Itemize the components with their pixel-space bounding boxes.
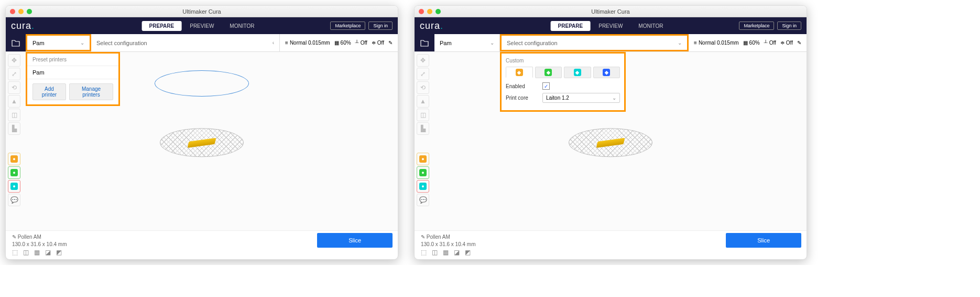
adhesion-value: ≑ Off [780, 40, 793, 46]
app-logo: cura. [11, 20, 35, 31]
chevron-down-icon: ⌄ [490, 40, 494, 46]
configuration-label: Select configuration [507, 40, 558, 46]
extruder-4-button[interactable]: 💬 [417, 194, 429, 206]
pencil-icon[interactable]: ✎ [388, 40, 393, 46]
configuration-label: Select configuration [96, 40, 147, 46]
manage-printers-button[interactable]: Manage printers [69, 83, 113, 100]
scale-tool[interactable]: ⤢ [417, 68, 429, 80]
tab-prepare[interactable]: PREPARE [142, 21, 182, 31]
configuration-selector[interactable]: Select configuration ⌄ [500, 34, 689, 51]
printer-selector[interactable]: Pam ⌄ [434, 34, 500, 51]
printer-selector[interactable]: Pam ⌄ [26, 34, 91, 51]
printer-selected-label: Pam [32, 40, 45, 46]
scale-tool[interactable]: ⤢ [8, 68, 20, 80]
tab-preview[interactable]: PREVIEW [591, 21, 630, 31]
extruder-4-button[interactable]: 💬 [8, 194, 20, 206]
extruder-tab-1[interactable]: ◆ [506, 67, 533, 78]
view-3d-icon[interactable]: ⬚ [421, 249, 427, 256]
config-bar: Pam ⌄ Select configuration ⌄ ≡ Normal 0.… [415, 34, 807, 52]
minimize-icon[interactable] [18, 9, 24, 14]
view-top-icon[interactable]: ▦ [443, 249, 449, 256]
support-blocker-tool[interactable]: ▙ [8, 122, 20, 135]
add-printer-button[interactable]: Add printer [32, 83, 66, 100]
rotate-tool[interactable]: ⟲ [8, 81, 20, 94]
view-front-icon[interactable]: ◫ [23, 249, 29, 256]
move-tool[interactable]: ✥ [8, 54, 20, 67]
support-blocker-tool[interactable]: ▙ [417, 122, 429, 135]
topbar: cura. PREPARE PREVIEW MONITOR Marketplac… [6, 17, 398, 34]
extruder-tab-3[interactable]: ◆ [564, 67, 591, 78]
preset-printers-header: Preset printers [27, 54, 118, 66]
model-object[interactable] [596, 137, 625, 147]
view-top-icon[interactable]: ▦ [34, 249, 40, 256]
viewport[interactable]: ✥ ⤢ ⟲ ▲ ◫ ▙ ● ● ● 💬 Custom ◆ ◆ ◆ ◆ Enabl… [415, 52, 807, 230]
quality-profile: ≡ Normal 0.015mm [694, 40, 739, 46]
extruder-3-button[interactable]: ● [8, 180, 20, 193]
extruder-tab-4[interactable]: ◆ [593, 67, 620, 78]
open-file-button[interactable] [415, 34, 434, 51]
view-3d-icon[interactable]: ⬚ [12, 249, 18, 256]
view-front-icon[interactable]: ◫ [432, 249, 438, 256]
model-object[interactable] [188, 137, 216, 147]
marketplace-button[interactable]: Marketplace [330, 22, 365, 30]
signin-button[interactable]: Sign in [777, 22, 801, 30]
custom-header: Custom [506, 58, 620, 63]
footer: ✎ Pollen AM 130.0 x 31.6 x 10.4 mm ⬚ ◫ ▦… [6, 230, 398, 259]
enabled-label: Enabled [506, 83, 537, 89]
signin-button[interactable]: Sign in [368, 22, 393, 30]
view-left-icon[interactable]: ◪ [454, 249, 460, 256]
open-file-button[interactable] [6, 34, 26, 51]
titlebar: Ultimaker Cura [415, 6, 807, 17]
printcore-label: Print core [506, 95, 537, 101]
mirror-tool[interactable]: ▲ [417, 95, 429, 108]
extruder-2-button[interactable]: ● [417, 166, 429, 179]
close-icon[interactable] [419, 9, 424, 14]
extruder-1-button[interactable]: ● [8, 153, 20, 165]
print-settings-summary[interactable]: ≡ Normal 0.015mm ▦ 60% ┴ Off ≑ Off ✎ [689, 34, 807, 51]
close-icon[interactable] [10, 9, 15, 14]
extruder-1-button[interactable]: ● [417, 153, 429, 165]
pencil-icon[interactable]: ✎ [797, 40, 801, 46]
mesh-tool[interactable]: ◫ [417, 109, 429, 121]
chevron-down-icon: ⌄ [678, 40, 682, 46]
adhesion-value: ≑ Off [372, 40, 384, 46]
cura-window-right: Ultimaker Cura cura. PREPARE PREVIEW MON… [414, 5, 807, 260]
build-plate [569, 128, 652, 157]
printer-selected-label: Pam [440, 40, 452, 46]
configuration-selector[interactable]: Select configuration ‹ [91, 34, 280, 51]
print-settings-summary[interactable]: ≡ Normal 0.015mm ▦ 60% ┴ Off ≑ Off ✎ [280, 34, 398, 51]
extruder-2-button[interactable]: ● [8, 166, 20, 179]
extruder-tab-2[interactable]: ◆ [535, 67, 562, 78]
view-left-icon[interactable]: ◪ [45, 249, 51, 256]
printcore-select[interactable]: Laiton 1.2⌄ [542, 93, 620, 103]
mirror-tool[interactable]: ▲ [8, 95, 20, 108]
view-right-icon[interactable]: ◩ [56, 249, 62, 256]
printer-dropdown-panel: Preset printers Pam Add printer Manage p… [26, 52, 120, 106]
left-toolbar: ✥ ⤢ ⟲ ▲ ◫ ▙ ● ● ● 💬 [8, 54, 23, 206]
minimize-icon[interactable] [427, 9, 432, 14]
support-value: ┴ Off [355, 40, 367, 46]
slice-button[interactable]: Slice [317, 233, 393, 248]
view-right-icon[interactable]: ◩ [465, 249, 471, 256]
configuration-dropdown-panel: Custom ◆ ◆ ◆ ◆ Enabled ✓ Print core Lait… [500, 52, 626, 112]
printer-option-pam[interactable]: Pam [27, 66, 118, 79]
left-toolbar: ✥ ⤢ ⟲ ▲ ◫ ▙ ● ● ● 💬 [417, 54, 431, 206]
footer: ✎ Pollen AM 130.0 x 31.6 x 10.4 mm ⬚ ◫ ▦… [415, 230, 807, 259]
tab-monitor[interactable]: MONITOR [222, 21, 262, 31]
mesh-tool[interactable]: ◫ [8, 109, 20, 121]
tab-monitor[interactable]: MONITOR [631, 21, 670, 31]
slice-button[interactable]: Slice [726, 233, 801, 248]
cura-window-left: Ultimaker Cura cura. PREPARE PREVIEW MON… [5, 5, 398, 260]
tab-preview[interactable]: PREVIEW [182, 21, 221, 31]
quality-profile: ≡ Normal 0.015mm [285, 40, 330, 46]
build-plate [160, 128, 244, 157]
maximize-icon[interactable] [27, 9, 32, 14]
move-tool[interactable]: ✥ [417, 54, 429, 67]
extruder-3-button[interactable]: ● [417, 180, 429, 193]
rotate-tool[interactable]: ⟲ [417, 81, 429, 94]
marketplace-button[interactable]: Marketplace [739, 22, 774, 30]
maximize-icon[interactable] [435, 9, 441, 14]
viewport[interactable]: ✥ ⤢ ⟲ ▲ ◫ ▙ ● ● ● 💬 Preset printers Pam … [6, 52, 398, 230]
tab-prepare[interactable]: PREPARE [551, 21, 591, 31]
enabled-checkbox[interactable]: ✓ [542, 82, 550, 90]
